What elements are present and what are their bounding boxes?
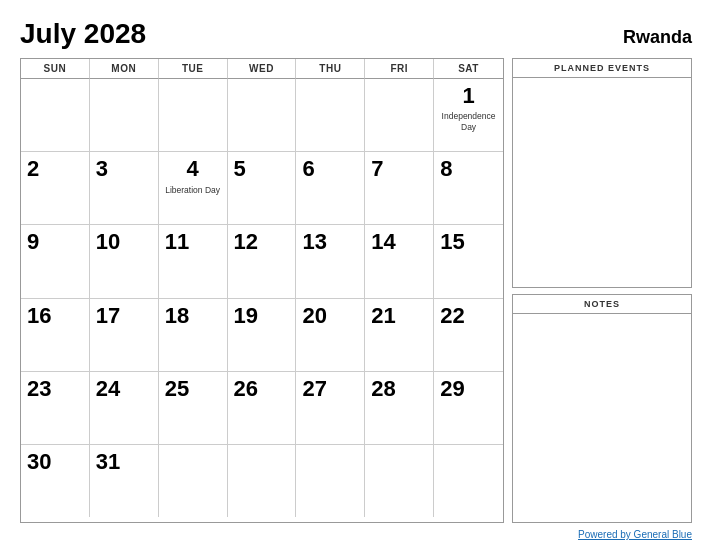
day-cell [365,445,434,517]
calendar-grid: 1Independence Day234Liberation Day567891… [21,79,503,517]
day-cell [228,445,297,517]
day-number: 26 [234,376,290,402]
day-number: 21 [371,303,427,329]
day-cell: 24 [90,372,159,444]
day-cell [228,79,297,151]
day-cell [296,79,365,151]
holiday-label: Liberation Day [165,185,221,196]
general-blue-link[interactable]: Powered by General Blue [578,529,692,540]
day-number: 4 [165,156,221,182]
planned-events-box: PLANNED EVENTS [512,58,692,288]
day-cell [159,79,228,151]
day-cell [21,79,90,151]
day-header-mon: MON [90,59,159,79]
day-cell: 11 [159,225,228,297]
day-cell: 20 [296,299,365,371]
day-number: 14 [371,229,427,255]
day-number: 19 [234,303,290,329]
day-cell: 13 [296,225,365,297]
day-number: 24 [96,376,152,402]
day-cell [90,79,159,151]
day-cell [365,79,434,151]
day-cell: 29 [434,372,503,444]
day-cell: 12 [228,225,297,297]
day-header-sat: SAT [434,59,503,79]
day-cell: 19 [228,299,297,371]
day-number: 18 [165,303,221,329]
day-cell: 18 [159,299,228,371]
day-cell: 25 [159,372,228,444]
calendar-section: SUNMONTUEWEDTHUFRISAT 1Independence Day2… [20,58,504,523]
notes-content [513,314,691,523]
day-number: 27 [302,376,358,402]
footer: Powered by General Blue [20,529,692,540]
day-cell: 7 [365,152,434,224]
day-cell: 10 [90,225,159,297]
week-row-4: 16171819202122 [21,299,503,372]
day-number: 20 [302,303,358,329]
day-number: 22 [440,303,497,329]
holiday-label: Independence Day [440,111,497,133]
day-header-sun: SUN [21,59,90,79]
day-cell [159,445,228,517]
notes-box: NOTES [512,294,692,524]
day-cell: 16 [21,299,90,371]
week-row-6: 3031 [21,445,503,517]
day-number: 9 [27,229,83,255]
day-cell: 31 [90,445,159,517]
day-number: 7 [371,156,427,182]
day-number: 17 [96,303,152,329]
day-number: 10 [96,229,152,255]
day-number: 28 [371,376,427,402]
day-cell: 26 [228,372,297,444]
day-number: 5 [234,156,290,182]
day-cell: 8 [434,152,503,224]
day-number: 2 [27,156,83,182]
day-number: 8 [440,156,497,182]
day-cell: 5 [228,152,297,224]
day-cell [296,445,365,517]
day-cell: 6 [296,152,365,224]
day-number: 12 [234,229,290,255]
day-cell: 3 [90,152,159,224]
day-cell: 4Liberation Day [159,152,228,224]
day-number: 6 [302,156,358,182]
day-number: 11 [165,229,221,255]
day-number: 23 [27,376,83,402]
day-cell: 17 [90,299,159,371]
week-row-3: 9101112131415 [21,225,503,298]
sidebar: PLANNED EVENTS NOTES [512,58,692,523]
week-row-1: 1Independence Day [21,79,503,152]
day-number: 3 [96,156,152,182]
day-cell: 23 [21,372,90,444]
day-header-tue: TUE [159,59,228,79]
day-number: 30 [27,449,83,475]
day-cell: 15 [434,225,503,297]
country-title: Rwanda [623,27,692,48]
day-cell: 28 [365,372,434,444]
day-cell: 22 [434,299,503,371]
planned-events-header: PLANNED EVENTS [513,59,691,78]
day-number: 15 [440,229,497,255]
day-cell: 1Independence Day [434,79,503,151]
day-cell: 9 [21,225,90,297]
day-cell: 14 [365,225,434,297]
day-cell: 21 [365,299,434,371]
day-number: 25 [165,376,221,402]
day-header-wed: WED [228,59,297,79]
notes-header: NOTES [513,295,691,314]
week-row-5: 23242526272829 [21,372,503,445]
day-number: 1 [440,83,497,109]
month-year-title: July 2028 [20,18,146,50]
main-content: SUNMONTUEWEDTHUFRISAT 1Independence Day2… [20,58,692,523]
planned-events-content [513,78,691,287]
week-row-2: 234Liberation Day5678 [21,152,503,225]
day-cell: 27 [296,372,365,444]
day-cell: 2 [21,152,90,224]
day-header-thu: THU [296,59,365,79]
day-cell: 30 [21,445,90,517]
day-cell [434,445,503,517]
day-number: 31 [96,449,152,475]
day-headers-row: SUNMONTUEWEDTHUFRISAT [21,59,503,79]
day-header-fri: FRI [365,59,434,79]
